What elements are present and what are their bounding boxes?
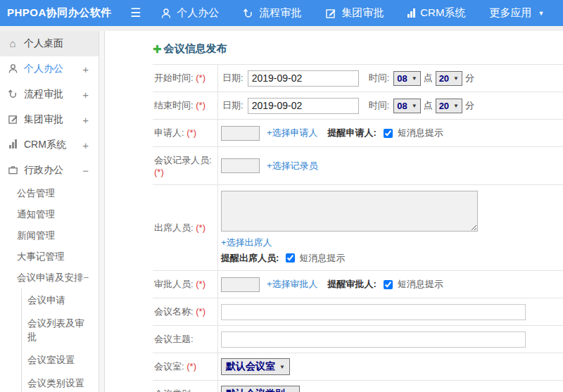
sidebar: ⌂ 个人桌面 个人办公 + 流程审批 + 集团审批 + CRM系统 + 行政办公…	[0, 31, 99, 392]
briefcase-icon	[7, 165, 18, 176]
topnav-label: CRM系统	[420, 6, 465, 20]
attendees-textarea[interactable]	[221, 191, 478, 232]
sidebar-scrollbar[interactable]	[99, 31, 105, 392]
required-star: (*)	[196, 306, 205, 317]
page-title: ✚ 会议信息发布	[153, 42, 563, 56]
chart-icon	[7, 139, 18, 151]
sidebar-item-meeting-category-settings[interactable]: 会议类别设置	[22, 372, 92, 392]
app-logo: PHPOA协同办公软件	[0, 6, 130, 20]
sidebar-item-group-approval[interactable]: 集团审批 +	[0, 107, 99, 132]
main-content: ✚ 会议信息发布 开始时间: (*) 日期: 时间: 08▼ 点 20▼ 分 结…	[106, 31, 563, 392]
sidebar-subgroup-meeting: 会议申请 会议列表及审批 会议室设置 会议类别设置	[21, 289, 99, 392]
chevron-down-icon: ▼	[279, 364, 285, 370]
plus-icon: ✚	[153, 43, 162, 56]
meeting-form: 开始时间: (*) 日期: 时间: 08▼ 点 20▼ 分 结束时间: (*) …	[153, 64, 563, 392]
form-row-end-time: 结束时间: (*) 日期: 时间: 08▼ 点 20▼ 分	[153, 92, 563, 120]
form-row-approver: 审批人员: (*) +选择审批人 提醒审批人: 短消息提示	[153, 271, 563, 298]
topnav-crm-system[interactable]: CRM系统	[407, 6, 465, 20]
form-row-meeting-category: 会议类别: 默认会议类别▼	[153, 381, 563, 392]
meeting-name-input[interactable]	[221, 304, 526, 320]
topnav-workflow-approval[interactable]: 流程审批	[243, 6, 301, 20]
chevron-down-icon: ▼	[453, 75, 459, 82]
app-window: PHPOA协同办公软件 ☰ 个人办公 流程审批 集团审批 CRM系统 更多应用 …	[0, 0, 563, 392]
home-icon: ⌂	[7, 38, 18, 49]
choose-recorder-link[interactable]: +选择记录员	[267, 160, 318, 172]
sidebar-item-meeting-list-approval[interactable]: 会议列表及审批	[22, 312, 92, 348]
sidebar-item-news-mgmt[interactable]: 新闻管理	[0, 225, 99, 246]
required-star: (*)	[196, 279, 205, 289]
required-star: (*)	[196, 100, 205, 110]
expand-icon[interactable]: +	[82, 139, 89, 151]
applicant-sms-checkbox[interactable]	[384, 129, 393, 138]
top-nav: 个人办公 流程审批 集团审批 CRM系统 更多应用 ▼	[160, 6, 544, 20]
chart-icon	[407, 8, 415, 18]
chevron-down-icon: ▼	[412, 103, 417, 109]
topnav-group-approval[interactable]: 集团审批	[325, 6, 384, 20]
topnav-more-apps[interactable]: 更多应用 ▼	[489, 6, 544, 20]
choose-applicant-link[interactable]: +选择申请人	[267, 127, 318, 139]
required-star: (*)	[186, 127, 196, 138]
start-minute-select[interactable]: 20▼	[436, 71, 462, 86]
attendees-sms-checkbox[interactable]	[286, 253, 295, 263]
chevron-down-icon: ▼	[453, 103, 459, 109]
meeting-room-select[interactable]: 默认会议室▼	[221, 358, 290, 375]
topnav-label: 流程审批	[259, 6, 301, 20]
person-icon	[160, 8, 172, 19]
required-star: (*)	[196, 72, 205, 83]
end-date-input[interactable]	[248, 98, 359, 114]
meeting-topic-input[interactable]	[221, 331, 526, 348]
expand-icon[interactable]: +	[82, 63, 89, 75]
topnav-personal-office[interactable]: 个人办公	[160, 6, 219, 20]
sidebar-item-desktop[interactable]: ⌂ 个人桌面	[0, 31, 99, 56]
applicant-input[interactable]	[221, 126, 260, 141]
chevron-down-icon: ▼	[538, 10, 544, 17]
sidebar-item-admin-office[interactable]: 行政办公 −	[0, 158, 99, 183]
sidebar-item-meeting-request-group[interactable]: 会议申请及安排−	[0, 267, 99, 289]
flow-icon	[7, 89, 18, 100]
topnav-label: 个人办公	[177, 6, 219, 20]
required-star: (*)	[154, 167, 164, 177]
form-row-applicant: 申请人: (*) +选择申请人 提醒申请人: 短消息提示	[153, 120, 563, 147]
sidebar-item-workflow-approval[interactable]: 流程审批 +	[0, 82, 99, 107]
form-row-start-time: 开始时间: (*) 日期: 时间: 08▼ 点 20▼ 分	[153, 65, 563, 92]
sidebar-item-meeting-room-settings[interactable]: 会议室设置	[22, 348, 92, 372]
collapse-icon[interactable]: −	[82, 165, 89, 177]
person-icon	[7, 63, 18, 75]
chevron-down-icon: ▼	[412, 75, 417, 82]
required-star: (*)	[186, 361, 196, 372]
topnav-label: 更多应用	[489, 6, 531, 20]
expand-icon[interactable]: +	[82, 114, 89, 126]
expand-icon[interactable]: +	[82, 89, 89, 101]
content-top-strip	[0, 26, 563, 31]
choose-approver-link[interactable]: +选择审批人	[267, 278, 318, 291]
start-date-input[interactable]	[248, 70, 359, 87]
form-row-meeting-name: 会议名称: (*)	[153, 298, 563, 326]
end-minute-select[interactable]: 20▼	[436, 99, 462, 113]
approver-input[interactable]	[221, 277, 260, 292]
menu-icon[interactable]: ☰	[130, 6, 141, 20]
recorder-input[interactable]	[221, 158, 260, 173]
end-hour-select[interactable]: 08▼	[393, 99, 420, 113]
edit-icon	[7, 114, 18, 125]
approver-sms-checkbox[interactable]	[384, 280, 393, 289]
choose-attendees-link[interactable]: +选择出席人	[221, 237, 272, 248]
sidebar-item-crm[interactable]: CRM系统 +	[0, 132, 99, 158]
edit-icon	[325, 8, 336, 19]
top-bar: PHPOA协同办公软件 ☰ 个人办公 流程审批 集团审批 CRM系统 更多应用 …	[0, 0, 563, 26]
form-row-meeting-room: 会议室: (*) 默认会议室▼	[153, 353, 563, 381]
form-row-recorder: 会议记录人员: (*) +选择记录员	[153, 147, 563, 185]
sidebar-item-events-mgmt[interactable]: 大事记管理	[0, 246, 99, 267]
required-star: (*)	[196, 222, 205, 233]
start-hour-select[interactable]: 08▼	[393, 71, 420, 86]
collapse-icon[interactable]: −	[84, 272, 89, 283]
form-row-attendees: 出席人员: (*) +选择出席人 提醒出席人员: 短消息提示	[153, 185, 563, 271]
sidebar-item-personal-office[interactable]: 个人办公 +	[0, 56, 99, 82]
flow-icon	[243, 8, 254, 19]
meeting-category-select[interactable]: 默认会议类别▼	[221, 386, 300, 392]
sidebar-item-meeting-request[interactable]: 会议申请	[22, 289, 92, 312]
topnav-label: 集团审批	[341, 6, 384, 20]
sidebar-item-notice-mgmt[interactable]: 通知管理	[0, 204, 99, 225]
sidebar-item-announcement-mgmt[interactable]: 公告管理	[0, 183, 99, 204]
form-row-meeting-topic: 会议主题:	[153, 326, 563, 353]
